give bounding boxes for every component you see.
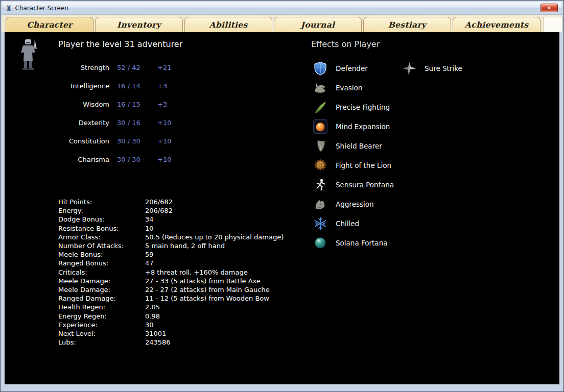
tab-character[interactable]: Character xyxy=(6,17,93,32)
attribute-row-dexterity: Dexterity 30 / 16 +10 xyxy=(25,113,171,132)
detail-row-experience: Experience: 30 xyxy=(58,321,284,329)
sure-strike-icon xyxy=(402,61,416,76)
effect-label: Defender xyxy=(336,64,368,72)
detail-label: Energy Regen: xyxy=(58,312,145,321)
effect-row-mind-expansion: Mind Expansion xyxy=(313,117,394,136)
combat-stats-list: Hit Points: 206/682 Energy: 206/682 Dodg… xyxy=(58,198,284,347)
defender-icon xyxy=(313,61,327,76)
effect-row-chilled: Chilled xyxy=(313,214,394,233)
detail-label: Armor Class: xyxy=(58,233,145,241)
effect-row-sure-strike: Sure Strike xyxy=(402,59,462,78)
attribute-bonus: +21 xyxy=(157,64,171,71)
detail-label: Next Level: xyxy=(58,329,145,338)
detail-label: Meele Damage: xyxy=(58,277,145,285)
effect-row-evasion: Evasion xyxy=(313,78,394,97)
attribute-bonus: +10 xyxy=(157,137,171,145)
content-area: Player the level 31 adventurer Strength … xyxy=(5,32,559,384)
detail-label: Criticals: xyxy=(58,268,145,277)
detail-row-health-regen: Health Regen: 2.05 xyxy=(58,303,284,311)
attribute-label: Dexterity xyxy=(25,119,109,127)
character-heading: Player the level 31 adventurer xyxy=(58,39,182,49)
detail-value: 27 - 33 (5 attacks) from Battle Axe xyxy=(145,277,261,285)
effect-row-solana-fortana: Solana Fortana xyxy=(313,233,394,253)
attribute-value: 52 / 42 xyxy=(117,64,150,71)
attribute-value: 30 / 16 xyxy=(117,119,150,127)
attribute-value: 30 / 30 xyxy=(117,137,150,145)
detail-value: 34 xyxy=(145,215,154,224)
attribute-row-intelligence: Intelligence 16 / 14 +3 xyxy=(25,77,171,95)
tab-journal[interactable]: Journal xyxy=(274,17,362,32)
detail-value: 11 - 12 (5 attacks) from Wooden Bow xyxy=(145,294,269,303)
detail-label: Ranged Damage: xyxy=(58,294,145,303)
detail-label: Dodge Bonus: xyxy=(58,215,145,224)
detail-value: 5 main hand, 2 off hand xyxy=(145,241,225,250)
detail-label: Lubs: xyxy=(58,338,145,347)
precise-fighting-icon xyxy=(313,100,327,114)
close-button[interactable]: ✕ xyxy=(540,4,558,12)
detail-row-energy: Energy: 206/682 xyxy=(58,206,284,215)
tab-label: Character xyxy=(27,20,72,30)
effect-label: Chilled xyxy=(336,219,359,228)
tab-inventory[interactable]: Inventory xyxy=(95,17,183,32)
shield-bearer-icon xyxy=(313,139,327,153)
effect-row-precise-fighting: Precise Fighting xyxy=(313,97,394,117)
tab-bestiary[interactable]: Bestiary xyxy=(363,17,451,32)
effects-heading: Effects on Player xyxy=(311,39,380,49)
chilled-icon xyxy=(313,216,327,231)
fight-of-the-lion-icon xyxy=(313,158,327,173)
attribute-bonus: +3 xyxy=(157,101,167,108)
attribute-label: Intelligence xyxy=(25,82,109,90)
effect-label: Fight of the Lion xyxy=(336,161,391,169)
detail-row-ranged-bonus: Ranged Bonus: 47 xyxy=(58,259,284,267)
detail-label: Meele Damage: xyxy=(58,285,145,294)
mind-expansion-icon xyxy=(313,119,327,134)
detail-label: Number Of Attacks: xyxy=(58,241,145,250)
attribute-row-constitution: Constitution 30 / 30 +10 xyxy=(25,132,171,150)
tab-strip-end xyxy=(543,17,562,32)
detail-label: Meele Bonus: xyxy=(58,250,145,259)
detail-row-lubs: Lubs: 243586 xyxy=(58,338,284,347)
attribute-bonus: +10 xyxy=(157,119,171,127)
detail-value: 50.5 (Reduces up to 20 physical damage) xyxy=(145,233,284,241)
close-icon: ✕ xyxy=(547,6,551,11)
tab-abilities[interactable]: Abilities xyxy=(184,17,272,32)
attribute-value: 16 / 14 xyxy=(117,82,150,90)
aggression-icon xyxy=(313,197,327,211)
detail-label: Health Regen: xyxy=(58,303,145,311)
tab-achievements[interactable]: Achievements xyxy=(453,17,540,32)
attribute-bonus: +10 xyxy=(157,156,171,163)
detail-row-criticals: Criticals: +8 threat roll, +160% damage xyxy=(58,268,284,277)
effects-column-2: Sure Strike xyxy=(402,59,462,78)
detail-label: Energy: xyxy=(58,206,145,215)
evasion-icon xyxy=(313,81,327,95)
detail-row-resistance-bonus: Resistance Bonus: 10 xyxy=(58,224,284,233)
detail-value: 47 xyxy=(145,259,154,267)
detail-value: 206/682 xyxy=(145,198,173,206)
effect-label: Sensura Pontana xyxy=(336,181,394,189)
effect-row-aggression: Aggression xyxy=(313,194,394,214)
detail-row-meele-damage-1: Meele Damage: 27 - 33 (5 attacks) from B… xyxy=(58,277,284,285)
castle-icon: ♜ xyxy=(6,5,12,12)
tab-bar: Character Inventory Abilities Journal Be… xyxy=(2,15,562,32)
detail-label: Resistance Bonus: xyxy=(58,224,145,233)
detail-row-next-level: Next Level: 31001 xyxy=(58,329,284,338)
effect-label: Shield Bearer xyxy=(336,142,382,150)
detail-value: 0.98 xyxy=(145,312,160,321)
effects-column-1: Defender Evasion xyxy=(313,59,394,253)
effect-row-sensura-pontana: Sensura Pontana xyxy=(313,175,394,194)
character-screen-window: ♜ Character Screen ✕ Character Inventory… xyxy=(0,0,564,392)
effect-row-shield-bearer: Shield Bearer xyxy=(313,136,394,156)
detail-value: +8 threat roll, +160% damage xyxy=(145,268,248,277)
attribute-value: 16 / 15 xyxy=(117,101,150,108)
tab-label: Achievements xyxy=(465,20,528,30)
effect-label: Sure Strike xyxy=(425,64,462,72)
window-titlebar[interactable]: ♜ Character Screen ✕ xyxy=(2,2,562,15)
attribute-label: Wisdom xyxy=(25,101,109,108)
attribute-bonus: +3 xyxy=(157,82,167,90)
attribute-label: Constitution xyxy=(25,137,109,145)
attribute-row-charisma: Charisma 30 / 30 +10 xyxy=(25,150,171,168)
attribute-value: 30 / 30 xyxy=(117,156,150,163)
effect-label: Mind Expansion xyxy=(336,122,390,131)
detail-row-dodge-bonus: Dodge Bonus: 34 xyxy=(58,215,284,224)
detail-label: Ranged Bonus: xyxy=(58,259,145,267)
